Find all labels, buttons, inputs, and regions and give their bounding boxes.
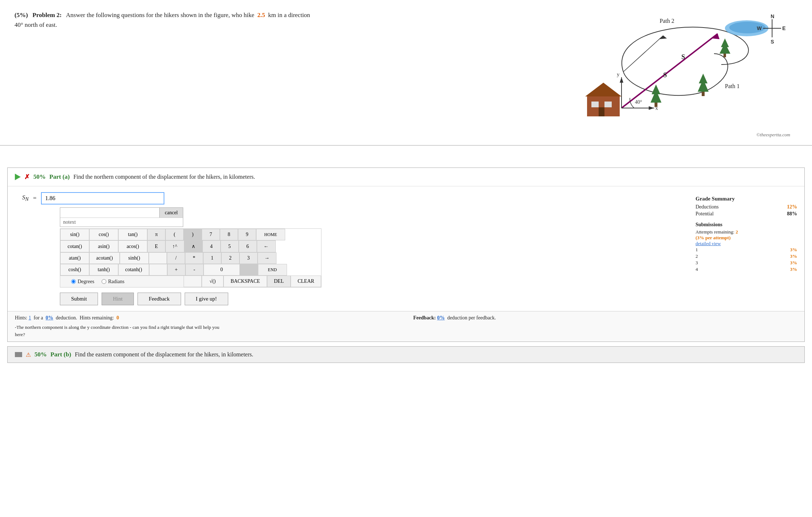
calc-1[interactable]: 1	[203, 252, 221, 264]
problem-number: (5%)	[15, 12, 28, 18]
calc-0[interactable]: 0	[204, 264, 240, 276]
feedback-deduction[interactable]: 0%	[437, 315, 445, 320]
radians-radio[interactable]	[102, 279, 106, 284]
svg-text:E: E	[782, 25, 786, 31]
suggestion-box: cancel notext	[60, 207, 183, 227]
svg-marker-12	[649, 106, 654, 110]
calc-sqrt[interactable]: √()	[202, 276, 223, 287]
give-up-button[interactable]: I give up!	[185, 293, 228, 305]
equals-sign: =	[33, 195, 37, 202]
calc-left-arrow[interactable]: ←	[257, 240, 276, 252]
attempt-row-1: 1 3%	[696, 247, 797, 253]
feedback-label: Feedback:	[413, 315, 436, 320]
calc-6[interactable]: 6	[239, 240, 257, 252]
calc-3[interactable]: 3	[239, 252, 258, 264]
calc-acos[interactable]: acos()	[118, 240, 147, 252]
deductions-row: Deductions 12%	[696, 204, 797, 210]
calc-end[interactable]: END	[258, 264, 287, 276]
submit-button[interactable]: Submit	[60, 293, 98, 305]
potential-value: 88%	[787, 211, 797, 217]
calc-row-4: cosh() tanh() cotanh() + - 0 END	[60, 264, 321, 276]
calc-multiply[interactable]: *	[185, 252, 203, 264]
calc-5[interactable]: 5	[221, 240, 239, 252]
potential-label: Potential	[696, 211, 714, 217]
grade-summary-title: Grade Summary	[696, 196, 797, 202]
detailed-view-link[interactable]: detailed view	[696, 241, 797, 247]
attempt-pct-3: 3%	[790, 260, 797, 266]
attempts-remaining: Attempts remaining: 2	[696, 229, 797, 235]
attempt-row-4: 4 3%	[696, 266, 797, 273]
degrees-radio[interactable]	[71, 279, 76, 284]
calc-tan[interactable]: tan()	[118, 229, 147, 240]
calc-4[interactable]: 4	[202, 240, 221, 252]
calc-cosh[interactable]: cosh()	[60, 264, 89, 276]
calc-7[interactable]: 7	[202, 229, 220, 240]
suggestion-input[interactable]	[60, 208, 159, 218]
notext-option[interactable]: notext	[60, 218, 183, 227]
calc-tanh[interactable]: tanh()	[89, 264, 118, 276]
attempt-pct-2: 3%	[790, 253, 797, 259]
attempt-rows: 1 3% 2 3% 3 3% 4 3%	[696, 247, 797, 273]
svg-text:S: S	[771, 39, 774, 45]
calc-clear[interactable]: CLEAR	[291, 276, 321, 287]
attempt-pct-1: 3%	[790, 247, 797, 253]
calc-dot[interactable]	[240, 264, 258, 276]
calc-sin[interactable]: sin()	[60, 229, 89, 240]
part-b-label: Part (b)	[50, 351, 71, 358]
calc-del[interactable]: DEL	[267, 276, 291, 287]
calc-atan[interactable]: atan()	[60, 252, 89, 264]
calc-9[interactable]: 9	[238, 229, 256, 240]
calc-cotanh[interactable]: cotanh()	[118, 264, 149, 276]
calc-minus[interactable]: -	[185, 264, 204, 276]
calc-plus[interactable]: +	[167, 264, 185, 276]
problem-text: (5%) Problem 2: Answer the following que…	[15, 10, 312, 30]
calc-divide[interactable]: /	[167, 252, 185, 264]
svg-rect-26	[591, 102, 599, 107]
figure-container: Path 2 Path 1 S S y	[551, 7, 797, 138]
part-a-percentage: 50%	[33, 173, 46, 181]
feedback-button[interactable]: Feedback	[138, 293, 181, 305]
degrees-radio-label[interactable]: Degrees	[71, 279, 94, 285]
attempts-value: 2	[735, 229, 738, 235]
calc-cotan[interactable]: cotan()	[60, 240, 89, 252]
answer-input[interactable]	[41, 192, 164, 204]
calc-pi[interactable]: π	[147, 229, 165, 240]
svg-rect-28	[599, 107, 604, 116]
svg-text:40°: 40°	[635, 99, 642, 105]
suggestion-row-top: cancel	[60, 208, 183, 218]
svg-text:W: W	[757, 25, 762, 31]
calc-up-caret[interactable]: ↑^	[165, 240, 184, 252]
calc-open-paren[interactable]: (	[165, 229, 184, 240]
calc-home[interactable]: HOME	[256, 229, 285, 240]
calc-caret[interactable]: ∧	[184, 240, 202, 252]
calc-2[interactable]: 2	[221, 252, 239, 264]
attempt-row-2: 2 3%	[696, 253, 797, 260]
calc-empty2	[149, 264, 167, 276]
calculator: sin() cos() tan() π ( ) 7 8 9 HOME cotan…	[60, 228, 321, 288]
calc-asin[interactable]: asin()	[89, 240, 118, 252]
calc-sinh[interactable]: sinh()	[120, 252, 149, 264]
svg-marker-9	[620, 77, 623, 83]
hint-button[interactable]: Hint	[102, 293, 134, 305]
feedback-deduction-text: deduction per feedback.	[447, 315, 496, 320]
warning-icon: ⚠	[26, 351, 31, 358]
calc-8[interactable]: 8	[220, 229, 238, 240]
part-a-main: SN = cancel notext si	[22, 192, 681, 305]
action-row: Submit Hint Feedback I give up!	[60, 293, 681, 305]
part-b-header: ⚠ 50% Part (b) Find the eastern componen…	[8, 347, 804, 363]
hints-count-link[interactable]: 1	[29, 315, 31, 320]
calc-cos[interactable]: cos()	[89, 229, 118, 240]
attempt-num-2: 2	[696, 253, 698, 259]
part-b-percentage: 50%	[34, 351, 47, 358]
part-b-icon	[15, 352, 22, 357]
potential-row: Potential 88%	[696, 211, 797, 217]
calc-close-paren[interactable]: )	[184, 229, 202, 240]
cancel-button[interactable]: cancel	[159, 208, 183, 218]
calc-row-1: sin() cos() tan() π ( ) 7 8 9 HOME	[60, 229, 321, 240]
radians-radio-label[interactable]: Radians	[102, 279, 124, 285]
hints-deduction[interactable]: 0%	[46, 315, 53, 320]
calc-e[interactable]: E	[147, 240, 165, 252]
calc-acotan[interactable]: acotan()	[89, 252, 120, 264]
calc-backspace[interactable]: BACKSPACE	[223, 276, 267, 287]
calc-right-arrow[interactable]: →	[258, 252, 276, 264]
